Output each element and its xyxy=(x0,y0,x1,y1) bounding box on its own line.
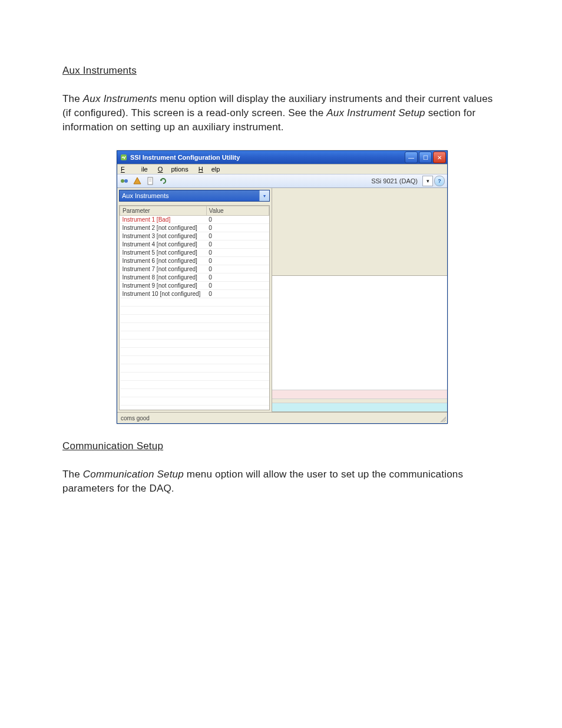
table-row xyxy=(120,340,269,348)
close-button[interactable]: ✕ xyxy=(433,151,446,163)
cell-parameter: Instrument 2 [not configured] xyxy=(120,224,207,232)
right-pane xyxy=(272,188,447,412)
table-row xyxy=(120,397,269,406)
app-window: SSI Instrument Configuration Utility — ☐… xyxy=(117,150,448,424)
table-row xyxy=(120,331,269,340)
table-row[interactable]: Instrument 8 [not configured]0 xyxy=(120,274,269,282)
cell-parameter: Instrument 6 [not configured] xyxy=(120,257,207,265)
chevron-down-icon[interactable]: ▾ xyxy=(259,190,269,201)
col-parameter[interactable]: Parameter xyxy=(120,206,207,216)
device-dropdown[interactable]: ▾ xyxy=(422,176,433,186)
menu-help[interactable]: Help xyxy=(199,166,220,173)
table-row[interactable]: Instrument 7 [not configured]0 xyxy=(120,265,269,274)
status-text: coms good xyxy=(121,415,150,421)
minimize-button[interactable]: — xyxy=(405,151,418,163)
device-label: SSi 9021 (DAQ) xyxy=(371,177,418,185)
cell-value: 0 xyxy=(206,282,269,290)
titlebar[interactable]: SSI Instrument Configuration Utility — ☐… xyxy=(117,151,447,164)
table-row[interactable]: Instrument 4 [not configured]0 xyxy=(120,241,269,249)
status-strip-info xyxy=(272,403,447,411)
alert-icon[interactable] xyxy=(133,176,142,186)
table-row[interactable]: Instrument 9 [not configured]0 xyxy=(120,282,269,290)
cell-parameter: Instrument 1 [Bad] xyxy=(120,216,207,224)
text-italic: Communication Setup xyxy=(83,469,184,480)
table-row[interactable]: Instrument 10 [not configured]0 xyxy=(120,290,269,298)
table-row xyxy=(120,307,269,315)
app-icon xyxy=(120,153,128,162)
menu-options[interactable]: Options xyxy=(158,166,189,173)
svg-point-1 xyxy=(121,179,124,183)
text: The xyxy=(62,469,83,480)
table-row xyxy=(120,364,269,373)
table-row[interactable]: Instrument 3 [not configured]0 xyxy=(120,232,269,241)
right-detail-panel xyxy=(272,275,447,412)
resize-grip-icon[interactable] xyxy=(439,415,446,422)
table-row xyxy=(120,298,269,307)
status-strip-warning xyxy=(272,390,447,398)
statusbar: coms good xyxy=(117,412,447,423)
cell-value: 0 xyxy=(206,290,269,298)
table-row xyxy=(120,348,269,356)
cell-parameter: Instrument 10 [not configured] xyxy=(120,290,207,298)
cell-value: 0 xyxy=(206,232,269,241)
refresh-icon[interactable] xyxy=(158,176,168,186)
heading-aux-instruments: Aux Instruments xyxy=(62,65,502,77)
cell-parameter: Instrument 9 [not configured] xyxy=(120,282,207,290)
col-value[interactable]: Value xyxy=(206,206,269,216)
menubar: File Options Help xyxy=(117,164,447,174)
cell-value: 0 xyxy=(206,216,269,224)
paragraph-aux: The Aux Instruments menu option will dis… xyxy=(62,92,502,134)
text-italic: Aux Instruments xyxy=(83,93,157,104)
window-title: SSI Instrument Configuration Utility xyxy=(130,154,405,161)
table-row xyxy=(120,381,269,389)
table-row[interactable]: Instrument 5 [not configured]0 xyxy=(120,249,269,257)
table-row[interactable]: Instrument 6 [not configured]0 xyxy=(120,257,269,265)
table-row[interactable]: Instrument 2 [not configured]0 xyxy=(120,224,269,232)
left-pane: Aux Instruments ▾ Parameter Value Instr xyxy=(117,188,272,412)
section-select-label: Aux Instruments xyxy=(122,192,168,199)
text: The xyxy=(62,93,83,104)
table-row xyxy=(120,315,269,323)
svg-point-2 xyxy=(124,179,128,183)
cell-value: 0 xyxy=(206,257,269,265)
cell-parameter: Instrument 7 [not configured] xyxy=(120,265,207,274)
cell-parameter: Instrument 8 [not configured] xyxy=(120,274,207,282)
text-italic: Aux Instrument Setup xyxy=(326,107,425,118)
table-row xyxy=(120,389,269,397)
cell-value: 0 xyxy=(206,274,269,282)
table-row xyxy=(120,406,269,411)
cell-value: 0 xyxy=(206,241,269,249)
heading-communication-setup: Communication Setup xyxy=(62,440,502,452)
table-row[interactable]: Instrument 1 [Bad]0 xyxy=(120,216,269,224)
cell-value: 0 xyxy=(206,249,269,257)
maximize-button[interactable]: ☐ xyxy=(419,151,432,163)
menu-file[interactable]: File xyxy=(121,166,148,173)
cell-value: 0 xyxy=(206,265,269,274)
cell-parameter: Instrument 4 [not configured] xyxy=(120,241,207,249)
table-row xyxy=(120,323,269,331)
document-icon[interactable] xyxy=(146,176,155,186)
cell-parameter: Instrument 5 [not configured] xyxy=(120,249,207,257)
connect-icon[interactable] xyxy=(120,176,129,186)
paragraph-comm: The Communication Setup menu option will… xyxy=(62,467,502,496)
right-top-panel xyxy=(272,188,447,275)
section-select[interactable]: Aux Instruments ▾ xyxy=(119,190,270,202)
cell-parameter: Instrument 3 [not configured] xyxy=(120,232,207,241)
cell-value: 0 xyxy=(206,224,269,232)
table-row xyxy=(120,356,269,364)
parameter-grid: Parameter Value Instrument 1 [Bad]0Instr… xyxy=(119,205,270,410)
toolbar: SSi 9021 (DAQ) ▾ ? xyxy=(117,174,447,188)
help-icon[interactable]: ? xyxy=(434,176,445,186)
table-row xyxy=(120,373,269,381)
